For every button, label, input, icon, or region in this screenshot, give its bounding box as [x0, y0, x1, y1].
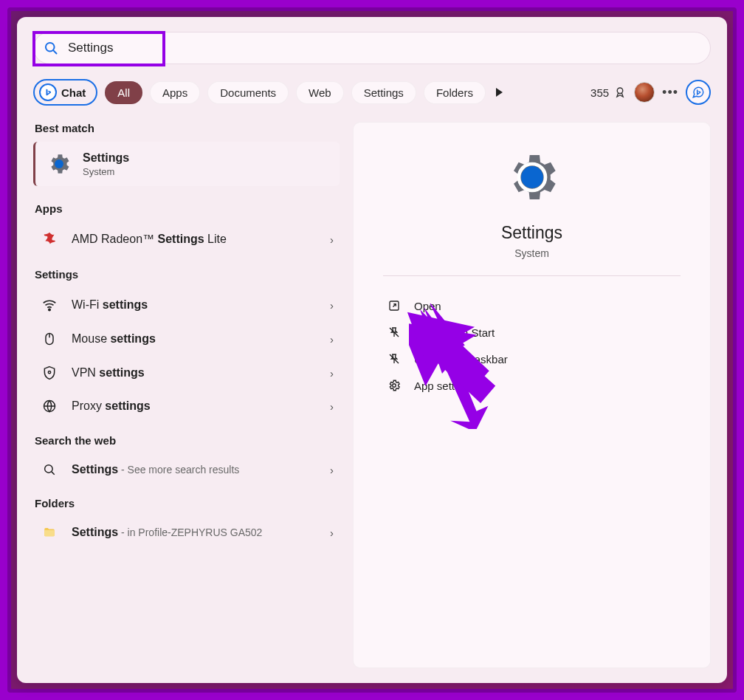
chevron-right-icon: › — [330, 400, 334, 413]
action-open-label: Open — [414, 300, 441, 312]
chevron-right-icon: › — [330, 333, 334, 346]
rewards-points[interactable]: 355 — [590, 86, 627, 99]
medal-icon — [613, 86, 627, 99]
best-match-result[interactable]: Settings System — [33, 142, 340, 186]
result-folder-profile[interactable]: Settings - in Profile-ZEPHYRUS GA502 › — [33, 517, 340, 548]
open-icon — [386, 299, 402, 312]
chevron-right-icon: › — [330, 464, 334, 476]
result-amd-settings[interactable]: AMD Radeon™ Settings Lite › — [33, 222, 340, 256]
svg-point-4 — [55, 159, 63, 168]
bing-icon — [39, 83, 57, 101]
unpin-icon — [386, 352, 402, 366]
svg-point-8 — [48, 371, 50, 374]
result-mouse-settings[interactable]: Mouse settings › — [33, 322, 340, 356]
action-unpin-taskbar-label: Unpin from taskbar — [414, 353, 508, 366]
detail-title: Settings — [501, 223, 562, 243]
action-unpin-taskbar[interactable]: Unpin from taskbar — [383, 346, 681, 372]
action-open[interactable]: Open — [383, 292, 681, 319]
result-folder-label: Settings - in Profile-ZEPHYRUS GA502 — [72, 526, 318, 539]
chip-chat[interactable]: Chat — [33, 79, 97, 106]
chevron-right-icon: › — [330, 233, 334, 246]
unpin-icon — [386, 326, 402, 339]
more-icon[interactable]: ••• — [662, 85, 678, 100]
search-input[interactable] — [68, 32, 710, 64]
result-wifi-settings[interactable]: Wi-Fi settings › — [33, 288, 340, 322]
chevron-right-icon: › — [330, 299, 334, 312]
action-unpin-start-label: Unpin from Start — [414, 326, 495, 339]
detail-subtitle: System — [514, 247, 549, 259]
actions-list: Open Unpin from Start Unpin from taskbar — [383, 292, 681, 399]
result-web-label: Settings - See more search results — [72, 463, 318, 476]
chip-settings[interactable]: Settings — [351, 81, 416, 104]
chevron-right-icon: › — [330, 526, 334, 539]
result-proxy-label: Proxy settings — [72, 399, 318, 413]
search-bar[interactable] — [33, 32, 711, 64]
svg-point-5 — [49, 309, 50, 310]
user-avatar[interactable] — [634, 82, 655, 103]
chip-documents[interactable]: Documents — [207, 81, 289, 104]
svg-point-10 — [45, 465, 53, 473]
gear-icon — [386, 379, 402, 392]
settings-app-icon — [503, 148, 562, 207]
result-web-search[interactable]: Settings - See more search results › — [33, 454, 340, 485]
chip-web[interactable]: Web — [296, 81, 344, 104]
chip-chat-label: Chat — [61, 86, 86, 99]
action-app-settings-label: App settings — [414, 380, 475, 392]
search-icon — [34, 41, 68, 55]
wifi-icon — [39, 297, 60, 313]
start-search-panel: Chat All Apps Documents Web Settings Fol… — [17, 17, 727, 683]
search-icon — [39, 463, 60, 476]
result-mouse-label: Mouse settings — [72, 332, 318, 346]
svg-line-1 — [53, 50, 56, 53]
settings-icon — [46, 151, 72, 177]
section-settings: Settings — [35, 268, 340, 281]
amd-icon — [39, 231, 60, 247]
svg-point-19 — [393, 384, 396, 388]
svg-point-2 — [617, 88, 623, 94]
results-column: Best match Settings System Apps AMD — [33, 122, 340, 668]
result-amd-label: AMD Radeon™ Settings Lite — [72, 233, 318, 246]
more-filters-icon[interactable] — [496, 88, 503, 97]
result-proxy-settings[interactable]: Proxy settings › — [33, 390, 340, 422]
detail-panel: Settings System Open Unpin from — [353, 122, 711, 668]
section-apps: Apps — [35, 202, 340, 215]
result-vpn-label: VPN settings — [72, 366, 318, 380]
result-wifi-label: Wi-Fi settings — [72, 298, 318, 312]
best-match-subtitle: System — [83, 166, 129, 177]
best-match-title: Settings — [83, 151, 129, 165]
section-folders: Folders — [35, 497, 340, 509]
action-app-settings[interactable]: App settings — [383, 372, 681, 399]
points-value: 355 — [590, 86, 609, 99]
section-search-web: Search the web — [35, 434, 340, 447]
mouse-icon — [39, 331, 60, 347]
globe-icon — [39, 399, 60, 414]
svg-point-12 — [521, 166, 543, 188]
result-vpn-settings[interactable]: VPN settings › — [33, 356, 340, 390]
svg-line-11 — [52, 472, 55, 475]
chip-apps[interactable]: Apps — [150, 81, 200, 104]
section-best-match: Best match — [35, 122, 340, 134]
folder-icon — [39, 526, 60, 539]
action-unpin-start[interactable]: Unpin from Start — [383, 319, 681, 346]
shield-icon — [39, 365, 60, 381]
chevron-right-icon: › — [330, 367, 334, 380]
chip-all[interactable]: All — [105, 81, 142, 104]
chip-folders[interactable]: Folders — [424, 81, 486, 104]
filter-row: Chat All Apps Documents Web Settings Fol… — [33, 78, 711, 107]
bing-chat-button[interactable] — [686, 80, 711, 105]
